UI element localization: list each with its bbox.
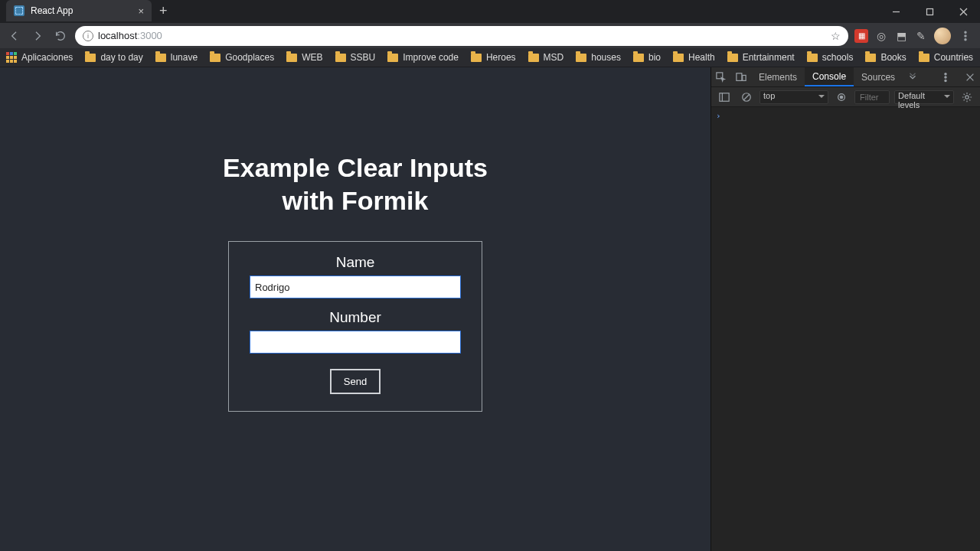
- bookmark-label: Books: [880, 52, 906, 63]
- svg-point-11: [945, 76, 946, 77]
- console-sidebar-toggle-icon[interactable]: [716, 87, 733, 106]
- browser-tab[interactable]: React App ×: [6, 0, 152, 21]
- clear-console-icon[interactable]: [738, 87, 756, 106]
- svg-point-10: [945, 73, 946, 74]
- bookmark-folder[interactable]: MSD: [528, 52, 564, 63]
- svg-point-20: [840, 96, 843, 99]
- folder-icon: [85, 54, 96, 62]
- url-path: :3000: [137, 30, 162, 41]
- bookmark-star-icon[interactable]: ☆: [831, 30, 841, 42]
- window-controls: [879, 0, 980, 23]
- svg-rect-8: [737, 73, 742, 80]
- folder-icon: [633, 54, 644, 62]
- svg-point-21: [965, 95, 969, 98]
- folder-icon: [155, 54, 166, 62]
- svg-point-12: [945, 80, 946, 81]
- bookmark-folder[interactable]: Goodplaces: [210, 52, 274, 63]
- apps-grid-icon: [6, 52, 17, 63]
- reload-button[interactable]: [52, 28, 69, 44]
- address-bar[interactable]: i localhost:3000 ☆: [75, 26, 848, 46]
- bookmark-label: day to day: [100, 52, 142, 63]
- context-value: top: [763, 91, 775, 100]
- new-tab-button[interactable]: +: [152, 0, 175, 22]
- bookmarks-bar: Aplicaciones day to daylunaveGoodplacesW…: [0, 48, 980, 67]
- bookmark-label: Improve code: [403, 52, 459, 63]
- svg-rect-1: [926, 8, 933, 15]
- tab-title: React App: [31, 5, 132, 16]
- bookmark-label: Heroes: [486, 52, 516, 63]
- close-window-button[interactable]: [946, 0, 980, 23]
- page-viewport: Example Clear Inputs with Formik Name Nu…: [0, 67, 710, 551]
- number-input[interactable]: [250, 331, 461, 354]
- bookmark-folder[interactable]: day to day: [85, 52, 142, 63]
- devtools-close-icon[interactable]: [960, 72, 980, 83]
- page-title: Example Clear Inputs with Formik: [223, 152, 488, 217]
- label-name: Name: [336, 254, 375, 271]
- extension-icon[interactable]: ▦: [854, 29, 868, 43]
- console-prompt-icon: ›: [716, 111, 721, 121]
- title-line1: Example Clear Inputs: [223, 153, 488, 182]
- extension-icon-4[interactable]: ✎: [914, 29, 928, 43]
- bookmark-label: Countries: [934, 52, 973, 63]
- folder-icon: [727, 54, 738, 62]
- window-titlebar: React App × +: [0, 0, 980, 23]
- react-favicon: [14, 5, 24, 16]
- forward-button[interactable]: [29, 28, 46, 44]
- bookmark-folder[interactable]: Improve code: [387, 52, 459, 63]
- apps-launcher[interactable]: Aplicaciones: [6, 52, 73, 63]
- console-body[interactable]: ›: [711, 107, 980, 551]
- extension-icon-3[interactable]: ⬒: [894, 29, 908, 43]
- tab-console[interactable]: Console: [805, 67, 854, 86]
- bookmark-folder[interactable]: bio: [633, 52, 661, 63]
- devtools-tabbar: Elements Console Sources: [711, 67, 980, 87]
- bookmark-label: SSBU: [351, 52, 376, 63]
- bookmark-folder[interactable]: SSBU: [335, 52, 376, 63]
- bookmark-folder[interactable]: Heroes: [471, 52, 516, 63]
- extension-icon-2[interactable]: ◎: [874, 29, 888, 43]
- log-levels-selector[interactable]: Default levels: [894, 90, 953, 104]
- svg-rect-9: [743, 75, 746, 80]
- minimize-button[interactable]: [879, 0, 913, 23]
- bookmark-folder[interactable]: Countries: [919, 52, 973, 63]
- bookmark-label: bio: [648, 52, 661, 63]
- chevron-down-icon: [944, 95, 950, 98]
- send-button[interactable]: Send: [330, 369, 381, 394]
- folder-icon: [387, 54, 398, 62]
- svg-rect-15: [720, 93, 729, 101]
- close-tab-icon[interactable]: ×: [138, 5, 144, 17]
- console-settings-icon[interactable]: [959, 87, 976, 106]
- levels-value: Default levels: [898, 91, 925, 109]
- tab-sources[interactable]: Sources: [854, 67, 903, 86]
- browser-menu-button[interactable]: [957, 28, 974, 44]
- device-toolbar-icon[interactable]: [731, 67, 751, 86]
- bookmark-folder[interactable]: lunave: [155, 52, 198, 63]
- bookmark-folder[interactable]: houses: [576, 52, 621, 63]
- folder-icon: [673, 54, 684, 62]
- bookmark-label: houses: [591, 52, 621, 63]
- inspect-element-icon[interactable]: [711, 67, 731, 86]
- context-selector[interactable]: top: [760, 90, 828, 104]
- more-tabs-icon[interactable]: [903, 67, 923, 86]
- site-info-icon[interactable]: i: [83, 31, 93, 41]
- devtools-menu-icon[interactable]: [936, 72, 956, 83]
- bookmark-folder[interactable]: Entrtainment: [727, 52, 795, 63]
- console-filter-input[interactable]: [854, 90, 890, 104]
- bookmark-folder[interactable]: Books: [865, 52, 906, 63]
- folder-icon: [919, 54, 929, 62]
- svg-point-4: [965, 31, 966, 33]
- bookmark-folder[interactable]: WEB: [286, 52, 322, 63]
- bookmark-folder[interactable]: Health: [673, 52, 715, 63]
- live-expression-icon[interactable]: [833, 87, 851, 106]
- maximize-button[interactable]: [913, 0, 946, 23]
- bookmark-label: schools: [822, 52, 854, 63]
- folder-icon: [576, 54, 586, 62]
- name-input[interactable]: [250, 276, 461, 298]
- profile-avatar[interactable]: [934, 28, 951, 44]
- svg-point-5: [965, 34, 966, 36]
- back-button[interactable]: [6, 28, 23, 44]
- bookmark-folder[interactable]: schools: [807, 52, 854, 63]
- workspace: Example Clear Inputs with Formik Name Nu…: [0, 67, 980, 551]
- label-number: Number: [329, 309, 381, 326]
- apps-label: Aplicaciones: [21, 52, 73, 63]
- tab-elements[interactable]: Elements: [751, 67, 805, 86]
